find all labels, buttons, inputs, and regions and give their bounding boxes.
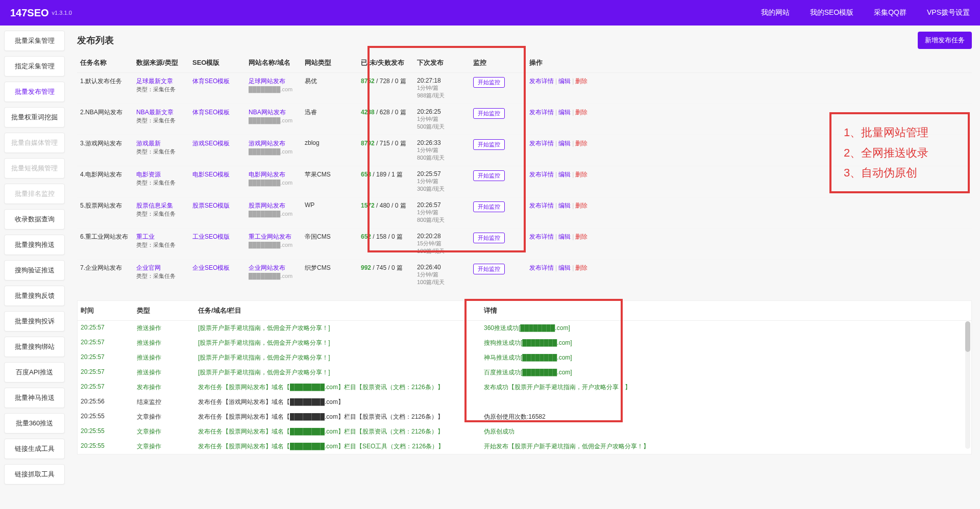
sidebar-item-9[interactable]: 搜狗验证推送 [4, 260, 65, 281]
start-monitor-button[interactable]: 开始监控 [473, 201, 505, 212]
op-edit[interactable]: 编辑 [558, 78, 571, 85]
cell-site: 重工业网站发布████████.com [246, 228, 302, 260]
cell-ops: 发布详情|编辑|删除 [526, 260, 972, 291]
log-detail: 开始发布【股票开户新手避坑指南，低佣金开户攻略分享！】 [484, 442, 968, 451]
op-detail[interactable]: 发布详情 [529, 233, 554, 240]
log-row: 20:25:55文章操作发布任务【股票网站发布】域名【████████.com】… [78, 424, 971, 439]
cell-template: 游戏SEO模板 [189, 135, 246, 166]
op-detail[interactable]: 发布详情 [529, 171, 554, 178]
op-detail[interactable]: 发布详情 [529, 109, 554, 116]
nav-item-1[interactable]: 我的SEO模版 [810, 8, 854, 17]
op-edit[interactable]: 编辑 [558, 233, 571, 240]
template-link[interactable]: 体育SEO模板 [192, 78, 230, 85]
op-delete[interactable]: 删除 [575, 202, 587, 209]
op-edit[interactable]: 编辑 [558, 109, 571, 116]
cell-counts: 658 / 189 / 1 篇 [358, 166, 414, 197]
source-link[interactable]: 重工业 [136, 233, 155, 240]
cell-cms: zblog [302, 135, 358, 166]
start-monitor-button[interactable]: 开始监控 [473, 139, 505, 150]
cell-monitor: 开始监控 [470, 104, 526, 135]
cell-monitor: 开始监控 [470, 135, 526, 166]
log-detail: 神马推送成功[████████.com] [484, 353, 968, 362]
template-link[interactable]: 企业SEO模板 [192, 264, 230, 271]
log-scrollbar[interactable] [965, 321, 970, 449]
cell-template: 股票SEO模版 [189, 197, 246, 228]
sidebar-item-13[interactable]: 百度API推送 [4, 362, 65, 383]
source-link[interactable]: NBA最新文章 [136, 109, 174, 116]
op-detail[interactable]: 发布详情 [529, 202, 554, 209]
start-monitor-button[interactable]: 开始监控 [473, 233, 505, 243]
op-delete[interactable]: 删除 [575, 78, 587, 85]
scrollbar-thumb[interactable] [965, 321, 970, 352]
template-link[interactable]: 电影SEO模板 [192, 171, 230, 178]
sidebar-item-8[interactable]: 批量搜狗推送 [4, 235, 65, 255]
site-link[interactable]: 电影网站发布 [249, 171, 285, 178]
start-monitor-button[interactable]: 开始监控 [473, 170, 505, 181]
cell-source: 足球最新文章类型：采集任务 [133, 73, 189, 104]
op-delete[interactable]: 删除 [575, 109, 587, 116]
template-link[interactable]: 工业SEO模版 [192, 233, 230, 240]
source-link[interactable]: 足球最新文章 [136, 78, 173, 85]
template-link[interactable]: 股票SEO模版 [192, 202, 230, 209]
log-th-task: 任务/域名/栏目 [198, 306, 484, 315]
log-type: 文章操作 [137, 427, 198, 436]
cell-source: 股票信息采集类型：采集任务 [133, 197, 189, 228]
table-header-row: 任务名称数据来源/类型SEO模版网站名称/域名网站类型已/未/失败发布下次发布监… [77, 53, 972, 73]
nav-item-0[interactable]: 我的网站 [761, 8, 790, 17]
source-link[interactable]: 企业官网 [136, 264, 161, 271]
sidebar-item-16[interactable]: 链接生成工具 [4, 439, 65, 459]
op-edit[interactable]: 编辑 [558, 171, 571, 178]
cell-ops: 发布详情|编辑|删除 [526, 73, 972, 104]
op-detail[interactable]: 发布详情 [529, 78, 554, 85]
sidebar-item-17[interactable]: 链接抓取工具 [4, 464, 65, 485]
start-monitor-button[interactable]: 开始监控 [473, 77, 505, 88]
nav-item-2[interactable]: 采集QQ群 [874, 8, 906, 17]
add-publish-task-button[interactable]: 新增发布任务 [918, 32, 972, 49]
log-row: 20:25:56结束监控发布任务【游戏网站发布】域名【████████.com】 [78, 395, 971, 410]
table-row: 5.股票网站发布股票信息采集类型：采集任务股票SEO模版股票网站发布██████… [77, 197, 972, 228]
source-link[interactable]: 股票信息采集 [136, 202, 173, 209]
log-row: 20:25:55文章操作发布任务【股票网站发布】域名【████████.com】… [78, 410, 971, 424]
start-monitor-button[interactable]: 开始监控 [473, 108, 505, 119]
sidebar-item-3[interactable]: 批量权重词挖掘 [4, 107, 65, 128]
op-delete[interactable]: 删除 [575, 233, 587, 240]
log-detail: 伪原创使用次数:16582 [484, 413, 968, 421]
op-edit[interactable]: 编辑 [558, 264, 571, 271]
cell-template: 企业SEO模板 [189, 260, 246, 291]
log-detail: 360推送成功[████████.com] [484, 324, 968, 333]
op-delete[interactable]: 删除 [575, 140, 587, 147]
site-link[interactable]: NBA网站发布 [249, 109, 286, 116]
log-task: 发布任务【股票网站发布】域名【████████.com】栏目【SEO工具（文档：… [198, 442, 484, 451]
sidebar-item-15[interactable]: 批量360推送 [4, 413, 65, 434]
sidebar-item-1[interactable]: 指定采集管理 [4, 56, 65, 77]
nav-item-3[interactable]: VPS拨号设置 [927, 8, 970, 17]
source-link[interactable]: 电影资源 [136, 171, 161, 178]
site-link[interactable]: 企业网站发布 [249, 264, 285, 271]
sidebar-item-11[interactable]: 批量搜狗投诉 [4, 311, 65, 332]
sidebar-item-10[interactable]: 批量搜狗反馈 [4, 286, 65, 306]
sidebar-item-12[interactable]: 批量搜狗绑站 [4, 337, 65, 357]
op-edit[interactable]: 编辑 [558, 140, 571, 147]
sidebar-item-14[interactable]: 批量神马推送 [4, 388, 65, 408]
op-detail[interactable]: 发布详情 [529, 140, 554, 147]
sidebar-item-0[interactable]: 批量采集管理 [4, 31, 65, 51]
site-link[interactable]: 重工业网站发布 [249, 233, 291, 240]
log-time: 20:25:57 [81, 368, 137, 377]
sidebar-item-2[interactable]: 批量发布管理 [4, 82, 65, 102]
site-link[interactable]: 足球网站发布 [249, 78, 285, 85]
log-detail: 搜狗推送成功[████████.com] [484, 339, 968, 347]
op-detail[interactable]: 发布详情 [529, 264, 554, 271]
log-time: 20:25:57 [81, 324, 137, 333]
th-3: 网站名称/域名 [246, 53, 302, 73]
op-delete[interactable]: 删除 [575, 264, 587, 271]
source-link[interactable]: 游戏最新 [136, 140, 161, 147]
sidebar-item-7[interactable]: 收录数据查询 [4, 209, 65, 230]
site-link[interactable]: 股票网站发布 [249, 202, 285, 209]
template-link[interactable]: 体育SEO模板 [192, 109, 230, 116]
start-monitor-button[interactable]: 开始监控 [473, 264, 505, 274]
op-edit[interactable]: 编辑 [558, 202, 571, 209]
log-row: 20:25:57推送操作[股票开户新手避坑指南，低佣金开户攻略分享！]百度推送成… [78, 365, 971, 380]
site-link[interactable]: 游戏网站发布 [249, 140, 285, 147]
op-delete[interactable]: 删除 [575, 171, 587, 178]
template-link[interactable]: 游戏SEO模板 [192, 140, 230, 147]
